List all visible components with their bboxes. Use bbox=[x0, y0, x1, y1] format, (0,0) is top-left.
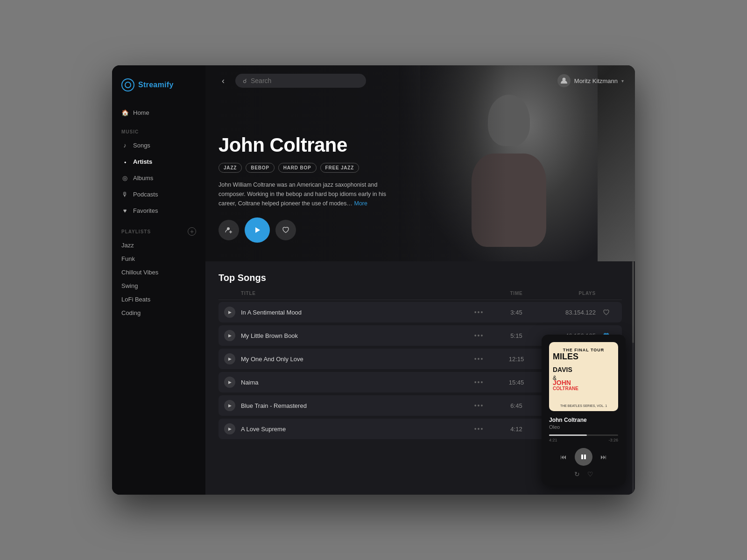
app-name: Streamify bbox=[138, 81, 174, 89]
bio-more-button[interactable]: More bbox=[354, 200, 367, 207]
playlists-header: PLAYLISTS + bbox=[112, 219, 205, 238]
play-song-5[interactable]: ▶ bbox=[224, 400, 235, 411]
svg-rect-6 bbox=[584, 455, 586, 459]
play-song-6[interactable]: ▶ bbox=[224, 423, 235, 434]
pause-button[interactable] bbox=[575, 448, 592, 466]
album-icon: ◎ bbox=[121, 175, 128, 182]
album-art-image: THE FINAL TOUR MILES DAVIS & JOHN COLTRA… bbox=[549, 342, 618, 411]
header-left: ‹ ☌ bbox=[217, 74, 366, 88]
progress-bar[interactable] bbox=[549, 434, 618, 436]
now-playing-widget: THE FINAL TOUR MILES DAVIS & JOHN COLTRA… bbox=[542, 335, 626, 485]
search-icon: ☌ bbox=[243, 77, 247, 84]
song-time-6: 4:12 bbox=[498, 426, 535, 433]
back-button[interactable]: ‹ bbox=[217, 74, 230, 87]
col-dots-placeholder bbox=[460, 291, 498, 296]
song-like-1[interactable] bbox=[596, 309, 616, 316]
genre-tags: JAZZ BEBOP HARD BOP FREE JAZZ bbox=[218, 163, 396, 173]
player-controls: ⏮ ⏭ bbox=[549, 448, 618, 466]
svg-rect-5 bbox=[581, 455, 583, 459]
user-name: Moritz Kitzmann bbox=[574, 77, 618, 84]
play-song-4[interactable]: ▶ bbox=[224, 377, 235, 388]
progress-current: 4:21 bbox=[549, 438, 557, 442]
song-time-1: 3:45 bbox=[498, 309, 535, 316]
playlist-coding[interactable]: Coding bbox=[112, 306, 205, 320]
album-art: THE FINAL TOUR MILES DAVIS & JOHN COLTRA… bbox=[549, 342, 618, 411]
sidebar-nav-podcasts[interactable]: 🎙 Podcasts bbox=[112, 186, 205, 203]
favorite-artist-button[interactable] bbox=[275, 220, 296, 240]
playlists-label: PLAYLISTS bbox=[121, 229, 151, 234]
sidebar-nav-albums[interactable]: ◎ Albums bbox=[112, 170, 205, 186]
now-playing-title: John Coltrane bbox=[549, 417, 618, 423]
artist-name: John Coltrane bbox=[218, 134, 396, 156]
song-menu-5[interactable]: ••• bbox=[460, 402, 498, 409]
song-time-3: 12:15 bbox=[498, 356, 535, 363]
col-time: TIME bbox=[498, 291, 535, 296]
player-extras: ↻ ♡ bbox=[549, 470, 618, 478]
song-menu-1[interactable]: ••• bbox=[460, 308, 498, 316]
song-plays-1: 83.154.122 bbox=[535, 309, 596, 316]
songs-table-header: TITLE TIME PLAYS bbox=[218, 291, 622, 300]
album-art-miles: MILES bbox=[553, 352, 578, 361]
genre-tag-jazz: JAZZ bbox=[218, 163, 242, 173]
play-song-2[interactable]: ▶ bbox=[224, 330, 235, 341]
artist-bio: John William Coltrane was an American ja… bbox=[218, 180, 396, 208]
song-title-1: In A Sentimental Mood bbox=[241, 309, 460, 316]
sidebar-nav-songs[interactable]: ♪ Songs bbox=[112, 137, 205, 154]
app-logo: Streamify bbox=[112, 78, 205, 105]
progress-total: -3:26 bbox=[608, 438, 618, 442]
play-artist-button[interactable] bbox=[245, 217, 270, 243]
play-song-3[interactable]: ▶ bbox=[224, 353, 235, 364]
song-title-3: My One And Only Love bbox=[241, 356, 460, 363]
search-input[interactable] bbox=[251, 77, 359, 84]
genre-tag-freejazz: FREE JAZZ bbox=[320, 163, 359, 173]
add-playlist-button[interactable]: + bbox=[188, 227, 196, 236]
song-title-2: My Little Brown Book bbox=[241, 332, 460, 339]
microphone-icon: ⬩ bbox=[121, 158, 128, 165]
song-menu-3[interactable]: ••• bbox=[460, 355, 498, 363]
song-menu-2[interactable]: ••• bbox=[460, 332, 498, 339]
sidebar-nav-artists[interactable]: ⬩ Artists bbox=[112, 154, 205, 170]
svg-marker-4 bbox=[255, 227, 260, 233]
sidebar: Streamify 🏠 Home MUSIC ♪ Songs ⬩ Artists… bbox=[112, 65, 205, 495]
user-menu[interactable]: Moritz Kitzmann ▾ bbox=[557, 74, 624, 87]
song-menu-6[interactable]: ••• bbox=[460, 425, 498, 433]
repeat-button[interactable]: ↻ bbox=[574, 470, 580, 478]
playlist-lofi[interactable]: LoFi Beats bbox=[112, 293, 205, 306]
song-title-5: Blue Train - Remastered bbox=[241, 402, 460, 409]
hero-actions bbox=[218, 217, 396, 243]
user-avatar bbox=[557, 74, 571, 87]
playlist-swing[interactable]: Swing bbox=[112, 279, 205, 293]
sidebar-nav-home[interactable]: 🏠 Home bbox=[112, 105, 205, 121]
skip-back-button[interactable]: ⏮ bbox=[557, 450, 570, 463]
genre-tag-bebop: BEBOP bbox=[246, 163, 275, 173]
music-section-label: MUSIC bbox=[112, 121, 205, 137]
song-time-5: 6:45 bbox=[498, 402, 535, 409]
album-art-davis: DAVIS bbox=[553, 366, 572, 373]
progress-times: 4:21 -3:26 bbox=[549, 438, 618, 442]
podcast-icon: 🎙 bbox=[121, 191, 128, 198]
skip-forward-button[interactable]: ⏭ bbox=[597, 450, 610, 463]
col-title: TITLE bbox=[241, 291, 460, 296]
album-art-coltrane: COLTRANE bbox=[553, 386, 578, 391]
now-playing-subtitle: Oleo bbox=[549, 424, 618, 430]
song-menu-4[interactable]: ••• bbox=[460, 378, 498, 386]
song-time-4: 15:45 bbox=[498, 379, 535, 386]
table-row[interactable]: ▶ In A Sentimental Mood ••• 3:45 83.154.… bbox=[218, 302, 622, 322]
main-content: ‹ ☌ Moritz Kitzmann ▾ John bbox=[205, 65, 635, 495]
scrollbar-thumb[interactable] bbox=[632, 261, 634, 343]
playlist-jazz[interactable]: Jazz bbox=[112, 238, 205, 252]
search-bar[interactable]: ☌ bbox=[235, 74, 366, 88]
logo-icon bbox=[121, 78, 134, 91]
home-icon: 🏠 bbox=[121, 109, 128, 116]
scrollbar-track[interactable] bbox=[632, 261, 634, 495]
play-song-1[interactable]: ▶ bbox=[224, 307, 235, 318]
sidebar-nav-favorites[interactable]: ♥ Favorites bbox=[112, 203, 205, 219]
song-title-6: A Love Supreme bbox=[241, 426, 460, 433]
favorite-track-button[interactable]: ♡ bbox=[587, 470, 593, 478]
playlist-chillout[interactable]: Chillout Vibes bbox=[112, 266, 205, 279]
progress-fill bbox=[549, 434, 587, 436]
chevron-down-icon: ▾ bbox=[621, 78, 624, 84]
follow-button[interactable] bbox=[218, 220, 239, 240]
playlist-funk[interactable]: Funk bbox=[112, 252, 205, 266]
heart-nav-icon: ♥ bbox=[121, 207, 128, 214]
